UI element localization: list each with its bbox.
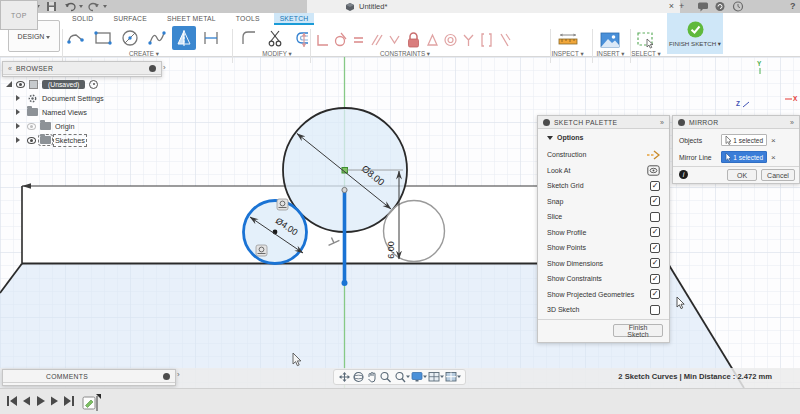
mirror-tool-icon-active[interactable] (172, 26, 196, 50)
mirror-line-selection-button[interactable]: 1 selected (721, 151, 767, 163)
palette-row-show-dimensions[interactable]: Show Dimensions (538, 256, 669, 271)
dim-label-vertical[interactable]: 6.00 (386, 241, 396, 259)
clock-history-icon[interactable] (732, 0, 744, 13)
expand-panel-icon[interactable]: » (660, 119, 664, 126)
step-forward-button[interactable] (51, 397, 58, 406)
fillet-tool-icon[interactable] (237, 26, 261, 50)
show-dimensions-checkbox[interactable] (650, 258, 660, 268)
zoom-window-icon[interactable] (394, 371, 410, 383)
show-projected-checkbox[interactable] (650, 289, 660, 299)
new-tab-icon[interactable]: + (679, 0, 684, 13)
visibility-eye-icon-dim[interactable] (27, 123, 36, 130)
collapsed-arrow-icon[interactable] (16, 109, 23, 115)
display-settings-icon[interactable] (411, 371, 427, 383)
palette-row-show-profile[interactable]: Show Profile (538, 225, 669, 240)
document-root-label[interactable]: (Unsaved) (42, 80, 85, 89)
midpoint-constraint-icon[interactable] (460, 28, 477, 52)
mirror-line-bottom-point[interactable] (342, 280, 348, 286)
tangent-constraint-tool-icon[interactable] (332, 28, 349, 52)
info-icon[interactable]: i (679, 170, 688, 179)
comments-panel-header[interactable]: COMMENTS (3, 370, 175, 383)
palette-row-snap[interactable]: Snap (538, 194, 669, 209)
undo-menu-caret[interactable] (79, 5, 83, 10)
go-to-end-button[interactable] (64, 396, 74, 406)
symmetry-constraint-icon[interactable] (386, 28, 403, 52)
viewports-icon[interactable] (445, 371, 461, 383)
trim-tool-icon[interactable] (264, 26, 288, 50)
help-icon[interactable]: ? (790, 0, 796, 13)
panel-options-icon[interactable] (163, 373, 170, 380)
expand-arrow-icon[interactable] (6, 81, 12, 87)
finish-sketch-button[interactable]: FINISH SKETCH ▾ (667, 13, 723, 54)
show-constraints-checkbox[interactable] (650, 274, 660, 284)
parallel-constraint-icon[interactable] (368, 28, 385, 52)
mirror-dialog-header[interactable]: MIRROR » (673, 116, 799, 129)
equal-constraint-icon[interactable] (350, 28, 367, 52)
expand-dialog-icon[interactable]: » (790, 119, 794, 126)
rectangle-tool-icon[interactable] (91, 26, 115, 50)
tab-sketch[interactable]: SKETCH (274, 13, 315, 25)
palette-row-sketch-grid[interactable]: Sketch Grid (538, 178, 669, 193)
mirror-line-top-point[interactable] (342, 187, 347, 192)
sketch-dimension-icon[interactable] (296, 28, 313, 52)
timeline-sketch-feature[interactable] (82, 392, 104, 412)
grid-settings-icon[interactable] (428, 371, 444, 383)
viewcube-widget[interactable]: Y TOP X Z (0, 0, 38, 30)
comment-bubble-icon[interactable] (697, 0, 709, 13)
create-group-label[interactable]: CREATE ▾ (64, 50, 224, 57)
palette-row-show-points[interactable]: Show Points (538, 240, 669, 255)
mirror-cancel-button[interactable]: Cancel (761, 169, 795, 181)
tab-sheet-metal[interactable]: SHEET METAL (161, 13, 222, 25)
palette-row-look-at[interactable]: Look At (538, 163, 669, 178)
line-tool-icon[interactable] (64, 26, 88, 50)
visibility-eye-icon[interactable] (16, 81, 25, 88)
pan-icon[interactable] (338, 371, 351, 383)
slice-checkbox[interactable] (650, 212, 660, 222)
palette-row-3d-sketch[interactable]: 3D Sketch (538, 302, 669, 317)
tangent-constraint-icon-2[interactable] (256, 245, 267, 256)
collapsed-arrow-icon[interactable] (16, 95, 23, 101)
save-icon[interactable] (46, 0, 57, 13)
clear-selection-icon[interactable]: × (771, 153, 776, 162)
redo-icon[interactable] (88, 0, 100, 13)
show-points-checkbox[interactable] (650, 243, 660, 253)
fix-constraint-lock-icon[interactable] (404, 28, 423, 52)
collapsed-arrow-icon[interactable] (16, 137, 23, 143)
undo-icon[interactable] (64, 0, 76, 13)
insert-tool-icon[interactable] (598, 28, 622, 52)
sketch-canvas[interactable]: Ø8.00 Ø4.00 6.00 (0, 57, 800, 388)
palette-finish-sketch-button[interactable]: Finish Sketch (613, 324, 663, 337)
circle-tool-icon[interactable] (118, 26, 142, 50)
show-profile-checkbox[interactable] (650, 227, 660, 237)
tab-surface[interactable]: SURFACE (107, 13, 153, 25)
comments-expand-chevron[interactable]: › (177, 370, 180, 379)
palette-row-construction[interactable]: Construction (538, 147, 669, 162)
browser-root-row[interactable]: (Unsaved) (6, 78, 98, 90)
look-at-icon[interactable] (647, 165, 660, 176)
tab-solid[interactable]: SOLID (66, 13, 99, 25)
collapse-panel-icon[interactable]: « (8, 65, 12, 72)
pan-hand-icon[interactable] (366, 371, 378, 383)
viewcube-top-face[interactable]: TOP (0, 0, 38, 30)
zoom-icon[interactable] (379, 371, 392, 383)
colinear-constraint-icon[interactable] (496, 28, 513, 52)
browser-item-named-views[interactable]: Named Views (16, 106, 87, 118)
orbit-icon[interactable] (352, 371, 365, 383)
inspect-tool-icon[interactable] (556, 28, 580, 52)
clear-selection-icon[interactable]: × (771, 136, 776, 145)
triangle-constraint-icon[interactable] (424, 28, 441, 52)
palette-row-slice[interactable]: Slice (538, 209, 669, 224)
objects-selection-button[interactable]: 1 selected (721, 134, 767, 146)
sketch-palette-header[interactable]: SKETCH PALETTE » (538, 116, 669, 129)
palette-row-show-projected[interactable]: Show Projected Geometries (538, 287, 669, 302)
dimension-tool-icon[interactable] (199, 26, 223, 50)
go-to-start-button[interactable] (7, 396, 17, 406)
browser-panel-header[interactable]: « BROWSER (3, 62, 161, 75)
tangent-constraint-icon[interactable] (277, 199, 288, 210)
snap-checkbox[interactable] (650, 196, 660, 206)
visibility-eye-icon[interactable] (27, 137, 36, 144)
activate-target-icon[interactable] (89, 80, 98, 89)
collapsed-arrow-icon[interactable] (16, 123, 23, 129)
step-back-button[interactable] (23, 397, 30, 406)
browser-item-origin[interactable]: Origin (16, 120, 74, 132)
